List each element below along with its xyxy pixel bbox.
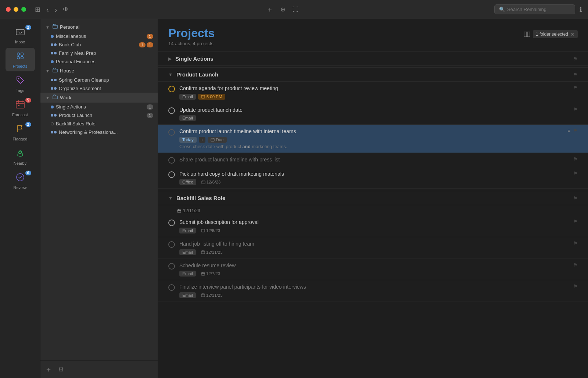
- projects-icon: [15, 51, 25, 63]
- task-flag-share-timeline: ⚑: [573, 156, 578, 162]
- svg-rect-10: [18, 105, 19, 106]
- traffic-lights: [6, 7, 26, 12]
- folder-deselect-button[interactable]: ✕: [570, 31, 575, 37]
- section-product-launch[interactable]: ▼ Product Launch ⚑: [158, 67, 588, 82]
- task-tags-submit-job: Email 12/6/23: [179, 228, 570, 233]
- nav-item-springgarden[interactable]: Spring Garden Cleanup: [40, 76, 158, 84]
- maximize-button[interactable]: [21, 7, 26, 12]
- task-finalize-interview[interactable]: Finalize interview panel participants fo…: [158, 280, 588, 302]
- task-name-submit-job: Submit job description for approval: [179, 219, 570, 226]
- task-check-finalize[interactable]: [168, 284, 175, 291]
- sidebar-item-review[interactable]: 6 Review: [6, 169, 35, 193]
- sidebar-toggle-icon[interactable]: ⊞: [33, 5, 42, 14]
- task-check-submit-job[interactable]: [168, 220, 175, 226]
- sidebar-item-projects[interactable]: Projects: [6, 48, 35, 71]
- sidebar-item-tags[interactable]: Tags: [6, 72, 35, 96]
- task-right-share-timeline: ⚑: [573, 156, 578, 162]
- search-bar[interactable]: 🔍: [494, 4, 575, 14]
- task-body-finalize: Finalize interview panel participants fo…: [179, 284, 570, 298]
- svg-rect-38: [201, 272, 205, 275]
- work-folder[interactable]: ▼ Work: [40, 93, 158, 103]
- springgarden-dots: [51, 79, 57, 81]
- sidebar-item-nearby[interactable]: Nearby: [6, 145, 35, 168]
- task-check-share-timeline[interactable]: [168, 157, 175, 164]
- view-icon[interactable]: 👁: [61, 5, 70, 14]
- add-tag[interactable]: +: [199, 137, 206, 143]
- bookclub-label: Book Club: [59, 42, 81, 47]
- sidebar-item-inbox[interactable]: 2 Inbox: [6, 24, 35, 47]
- nav-item-miscellaneous[interactable]: Miscellaneous 1: [40, 32, 158, 40]
- bookclub-badge2: 1: [147, 42, 153, 47]
- date-pickup-tag: 12/6/23: [198, 179, 223, 185]
- back-icon[interactable]: ‹: [45, 4, 50, 15]
- date-hand-tag: 12/11/23: [198, 249, 226, 255]
- networking-label: Networking & Professiona...: [59, 129, 118, 135]
- task-body-hand-job: Hand job listing off to hiring team Emai…: [179, 240, 570, 255]
- minimize-button[interactable]: [14, 7, 18, 12]
- organizebasement-dots: [51, 87, 57, 90]
- date-finalize-tag: 12/11/23: [198, 292, 226, 298]
- task-check-confirm-timeline[interactable]: [168, 129, 175, 136]
- nav-sidebar: ▼ Personal Miscellaneous 1 Book Club 1: [40, 19, 158, 378]
- svg-rect-26: [178, 210, 181, 213]
- house-folder[interactable]: ▼ House: [40, 66, 158, 76]
- product-launch-toggle: ▼: [168, 72, 173, 77]
- fullscreen-icon[interactable]: ⛶: [293, 6, 298, 13]
- task-check-schedule-resume[interactable]: [168, 263, 175, 270]
- nav-item-familymeal[interactable]: Family Meal Prep: [40, 49, 158, 57]
- task-pickup-hardcopy[interactable]: Pick up hard copy of draft marketing mat…: [158, 167, 588, 189]
- task-tags-finalize: Email 12/11/23: [179, 292, 570, 298]
- nav-item-singleactions[interactable]: Single Actions 1: [40, 103, 158, 111]
- task-right-hand-job: ⚑: [573, 240, 578, 246]
- task-name-schedule-resume: Schedule resume review: [179, 262, 570, 270]
- personal-folder[interactable]: ▼ Personal: [40, 22, 158, 32]
- task-list: ▶ Single Actions ⚑ ▼ Product Launch ⚑ Co…: [158, 52, 588, 378]
- close-button[interactable]: [6, 7, 11, 12]
- section-single-actions[interactable]: ▶ Single Actions ⚑: [158, 52, 588, 66]
- flagged-label: Flagged: [13, 137, 28, 141]
- settings-icon[interactable]: ⚙: [58, 365, 64, 374]
- house-arrow: ▼: [46, 69, 50, 73]
- email-tag-hand: Email: [179, 249, 196, 255]
- nav-item-productlaunch[interactable]: Product Launch 1: [40, 111, 158, 120]
- cal-resume-icon: [201, 272, 205, 276]
- single-actions-flag: ⚑: [573, 56, 578, 62]
- task-share-timeline[interactable]: Share product launch timeline with press…: [158, 153, 588, 167]
- columns-icon: [524, 32, 530, 37]
- nav-item-backfillsales[interactable]: Backfill Sales Role: [40, 120, 158, 128]
- task-check-confirm-agenda[interactable]: [168, 86, 175, 92]
- nav-item-bookclub[interactable]: Book Club 1 1: [40, 40, 158, 49]
- task-confirm-agenda[interactable]: Confirm agenda for product review meetin…: [158, 82, 588, 103]
- add-icon[interactable]: ＋: [266, 5, 273, 14]
- task-schedule-resume[interactable]: Schedule resume review Email 12/7/23 ⚑: [158, 259, 588, 281]
- search-input[interactable]: [507, 7, 570, 12]
- forecast-label: Forecast: [12, 113, 28, 117]
- svg-rect-22: [202, 181, 205, 184]
- task-check-hand-job[interactable]: [168, 241, 175, 248]
- add-folder-icon[interactable]: ＋: [45, 364, 52, 374]
- sidebar-item-flagged[interactable]: 2 Flagged: [6, 121, 35, 144]
- task-check-pickup[interactable]: [168, 171, 175, 178]
- nav-item-personalfinances[interactable]: Personal Finances: [40, 57, 158, 66]
- sidebar-item-forecast[interactable]: 5 Forecast: [6, 96, 35, 120]
- due-tag: Due: [208, 137, 226, 143]
- titlebar-right: 🔍 ℹ: [494, 4, 582, 14]
- work-folder-label: Work: [60, 95, 71, 100]
- task-update-launch-date[interactable]: Update product launch date Email ⚑: [158, 103, 588, 125]
- icon-sidebar: 2 Inbox Projects: [0, 19, 40, 378]
- task-confirm-timeline[interactable]: Confirm product launch timeline with int…: [158, 125, 588, 153]
- info-icon[interactable]: ℹ: [580, 6, 582, 14]
- inbox-badge: 2: [25, 25, 31, 30]
- task-check-update-launch[interactable]: [168, 107, 175, 114]
- svg-point-3: [17, 57, 19, 59]
- nav-item-networking[interactable]: Networking & Professiona...: [40, 128, 158, 136]
- section-backfill-sales[interactable]: ▼ Backfill Sales Role ⚑: [158, 191, 588, 205]
- task-submit-job-desc[interactable]: Submit job description for approval Emai…: [158, 215, 588, 237]
- clip-icon[interactable]: ⊕: [280, 6, 285, 13]
- svg-rect-13: [527, 32, 530, 37]
- nav-item-organizebasement[interactable]: Organize Basement: [40, 84, 158, 93]
- task-body-pickup: Pick up hard copy of draft marketing mat…: [179, 171, 570, 185]
- task-flag-confirm-agenda: ⚑: [573, 85, 578, 90]
- forward-icon[interactable]: ›: [53, 4, 59, 15]
- task-hand-job-listing[interactable]: Hand job listing off to hiring team Emai…: [158, 237, 588, 259]
